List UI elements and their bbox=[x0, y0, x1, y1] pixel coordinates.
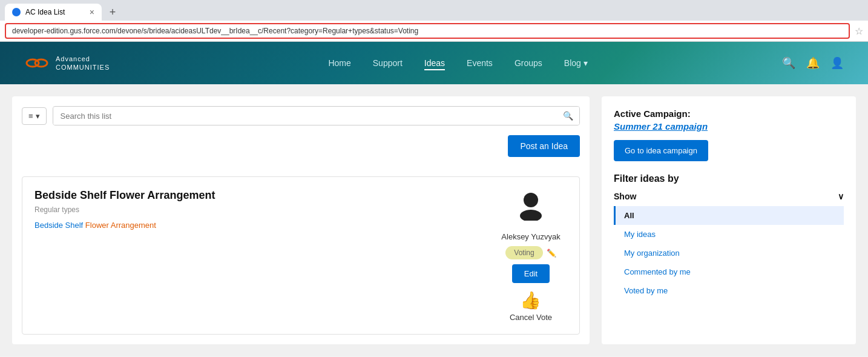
filter-ideas-title: Filter ideas by bbox=[614, 173, 844, 184]
idea-link-prefix: Bedside Shelf bbox=[35, 221, 85, 230]
logo-line1: Advanced bbox=[56, 55, 110, 63]
show-chevron-icon: ∨ bbox=[838, 192, 844, 201]
idea-info: Bedside Shelf Flower Arrangement Regular… bbox=[35, 189, 482, 322]
main-panel: ≡ ▾ 🔍 Post an Idea Bedside Shelf Flower … bbox=[12, 96, 590, 344]
search-icon[interactable]: 🔍 bbox=[782, 56, 795, 70]
tab-bar: AC Idea List × + bbox=[5, 4, 863, 21]
address-bar[interactable] bbox=[5, 23, 850, 39]
idea-category: Regular types bbox=[35, 205, 482, 214]
logo-area: Advanced COMMUNITIES bbox=[24, 50, 110, 76]
filter-icon: ≡ bbox=[28, 112, 33, 121]
search-submit-icon: 🔍 bbox=[563, 111, 573, 121]
address-bar-row: ☆ bbox=[0, 21, 868, 42]
status-label: Voting bbox=[514, 249, 534, 257]
idea-meta: Aleksey Yuzvyak Voting ✏️ Edit 👍 Cancel … bbox=[495, 189, 567, 322]
filter-option-my-org[interactable]: My organization bbox=[614, 244, 844, 262]
filter-option-commented[interactable]: Commented by me bbox=[614, 262, 844, 281]
nav-blog[interactable]: Blog ▾ bbox=[564, 56, 588, 70]
post-idea-button[interactable]: Post an Idea bbox=[508, 135, 580, 157]
tab-label: AC Idea List bbox=[25, 8, 65, 16]
site-header: Advanced COMMUNITIES Home Support Ideas … bbox=[0, 42, 868, 84]
user-profile-icon[interactable]: 👤 bbox=[830, 56, 844, 70]
filter-option-my-ideas[interactable]: My ideas bbox=[614, 225, 844, 244]
cancel-vote-label[interactable]: Cancel Vote bbox=[510, 313, 552, 322]
logo-icon bbox=[24, 50, 50, 76]
idea-link-highlight: Flower Arrangement bbox=[85, 221, 156, 230]
search-submit-button[interactable]: 🔍 bbox=[557, 107, 579, 125]
page-content: ≡ ▾ 🔍 Post an Idea Bedside Shelf Flower … bbox=[0, 84, 868, 356]
active-campaign-label: Active Campaign: bbox=[614, 108, 844, 119]
new-tab-button[interactable]: + bbox=[104, 4, 121, 21]
author-avatar-icon bbox=[515, 189, 547, 227]
nav-groups[interactable]: Groups bbox=[515, 56, 542, 70]
tab-favicon bbox=[12, 8, 21, 16]
show-label: Show bbox=[614, 192, 636, 201]
bookmark-icon[interactable]: ☆ bbox=[855, 25, 863, 37]
go-campaign-button[interactable]: Go to idea campaign bbox=[614, 140, 708, 161]
nav-ideas[interactable]: Ideas bbox=[424, 56, 445, 70]
idea-card: Bedside Shelf Flower Arrangement Regular… bbox=[22, 176, 580, 335]
cancel-vote-area: 👍 Cancel Vote bbox=[510, 290, 552, 322]
chevron-down-icon: ▾ bbox=[584, 58, 588, 68]
search-bar: 🔍 bbox=[53, 106, 580, 125]
edit-button[interactable]: Edit bbox=[512, 264, 550, 283]
browser-chrome: AC Idea List × + bbox=[0, 0, 868, 21]
svg-point-3 bbox=[520, 210, 542, 221]
filter-option-voted[interactable]: Voted by me bbox=[614, 281, 844, 300]
search-input[interactable] bbox=[53, 107, 557, 125]
idea-title: Bedside Shelf Flower Arrangement bbox=[35, 189, 482, 202]
campaign-link[interactable]: Summer 21 campaign bbox=[614, 121, 844, 132]
edit-pencil-icon[interactable]: ✏️ bbox=[547, 249, 556, 258]
filter-option-all[interactable]: All bbox=[614, 206, 844, 225]
tab-close-icon[interactable]: × bbox=[90, 7, 94, 17]
svg-point-2 bbox=[524, 193, 538, 207]
active-tab[interactable]: AC Idea List × bbox=[5, 4, 102, 21]
filter-chevron-icon: ▾ bbox=[36, 112, 40, 121]
svg-point-1 bbox=[35, 59, 47, 67]
thumbs-up-icon: 👍 bbox=[520, 290, 541, 310]
author-name: Aleksey Yuzvyak bbox=[501, 232, 560, 241]
sidebar: Active Campaign: Summer 21 campaign Go t… bbox=[602, 96, 856, 344]
nav-support[interactable]: Support bbox=[373, 56, 403, 70]
show-dropdown[interactable]: Show ∨ bbox=[614, 192, 844, 201]
bell-icon[interactable]: 🔔 bbox=[806, 56, 820, 70]
filter-options-list: All My ideas My organization Commented b… bbox=[614, 206, 844, 300]
status-badge: Voting bbox=[505, 246, 542, 259]
idea-link[interactable]: Bedside Shelf Flower Arrangement bbox=[35, 221, 156, 230]
nav-home[interactable]: Home bbox=[328, 56, 350, 70]
filter-button[interactable]: ≡ ▾ bbox=[22, 107, 47, 125]
logo-text: Advanced COMMUNITIES bbox=[56, 55, 110, 72]
nav-events[interactable]: Events bbox=[467, 56, 493, 70]
main-nav: Home Support Ideas Events Groups Blog ▾ bbox=[134, 56, 782, 70]
toolbar-row: ≡ ▾ 🔍 bbox=[22, 106, 580, 125]
logo-line2: COMMUNITIES bbox=[56, 63, 110, 72]
header-icons: 🔍 🔔 👤 bbox=[782, 56, 844, 70]
